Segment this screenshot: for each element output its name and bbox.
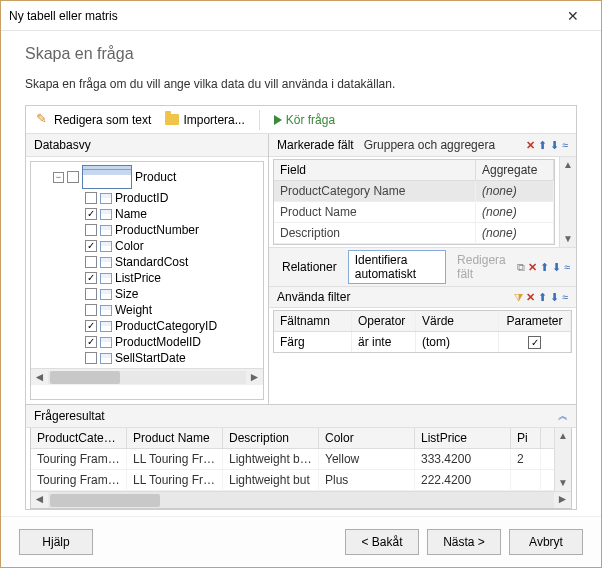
tree-column-label: Weight [115,303,152,317]
funnel-icon[interactable]: ⧩ [514,291,523,304]
column-checkbox[interactable] [85,352,97,364]
column-checkbox[interactable] [85,336,97,348]
results-vscrollbar[interactable]: ▲▼ [554,428,571,491]
selected-fields-title: Markerade fält [277,138,354,152]
selected-field-row[interactable]: Product Name(none) [274,202,554,223]
column-icon [100,193,112,204]
back-button[interactable]: < Bakåt [345,529,419,555]
delete-filter-icon[interactable]: ✕ [526,291,535,304]
delete-field-icon[interactable]: ✕ [526,139,535,152]
tree-column-label: SellStartDate [115,351,186,365]
tree-column-label: ProductNumber [115,223,199,237]
results-col-header[interactable]: Product Name [127,428,223,448]
database-view-title: Databasvy [26,134,268,157]
move-down-icon[interactable]: ⬇ [550,139,559,152]
column-icon [100,241,112,252]
tree-column-label: ProductID [115,191,168,205]
column-icon [100,225,112,236]
selected-field-row[interactable]: ProductCategory Name(none) [274,181,554,202]
auto-detect-button[interactable]: Identifiera automatiskt [348,250,446,284]
results-grid[interactable]: ProductCategor...Product NameDescription… [30,428,572,509]
edit-as-text-button[interactable]: Redigera som text [32,111,155,129]
selected-vscrollbar[interactable]: ▲▼ [559,157,576,247]
tree-column-label: ListPrice [115,271,161,285]
page-description: Skapa en fråga om du vill ange vilka dat… [1,71,601,105]
filter-col-value[interactable]: Värde [416,311,499,331]
help-button[interactable]: Hjälp [19,529,93,555]
column-icon [100,209,112,220]
import-label: Importera... [183,113,244,127]
tree-column-label: Color [115,239,144,253]
column-checkbox[interactable] [85,192,97,204]
column-icon [100,337,112,348]
relation-tool-icon[interactable]: ⧉ [517,261,525,274]
selected-field-row[interactable]: Description(none) [274,223,554,244]
toolbar-separator [259,110,260,130]
column-checkbox[interactable] [85,288,97,300]
table-checkbox[interactable] [67,171,79,183]
tree-column-label: Size [115,287,138,301]
table-icon [82,165,132,189]
param-checkbox[interactable] [528,336,541,349]
edit-fields-button[interactable]: Redigera fält [450,250,513,284]
rel-move-up-icon[interactable]: ⬆ [540,261,549,274]
filter-expand-icon[interactable]: ≈ [562,291,568,304]
page-heading: Skapa en fråga [25,45,577,63]
selected-fields-grid[interactable]: Field Aggregate ProductCategory Name(non… [273,159,555,245]
applied-filters-title: Använda filter [277,290,350,304]
column-icon [100,257,112,268]
delete-relation-icon[interactable]: ✕ [528,261,537,274]
results-col-header[interactable]: Description [223,428,319,448]
column-icon [100,273,112,284]
schema-tree[interactable]: − Product ProductIDNameProductNumberColo… [31,162,263,368]
column-icon [100,321,112,332]
filter-col-parameter[interactable]: Parameter [499,311,571,331]
results-col-header[interactable]: ListPrice [415,428,511,448]
results-col-header[interactable]: Color [319,428,415,448]
column-checkbox[interactable] [85,224,97,236]
filters-grid[interactable]: Fältnamn Operator Värde Parameter Färgär… [273,310,572,353]
filter-col-operator[interactable]: Operator [352,311,416,331]
group-aggregate-button[interactable]: Gruppera och aggregera [364,138,495,152]
collapse-icon[interactable]: − [53,172,64,183]
move-up-icon[interactable]: ⬆ [538,139,547,152]
relations-label: Relationer [275,257,344,277]
column-checkbox[interactable] [85,256,97,268]
results-row[interactable]: Touring FramesLL Touring Fram...Lightwei… [31,449,554,470]
tree-table-label: Product [135,170,176,184]
filter-move-down-icon[interactable]: ⬇ [550,291,559,304]
column-checkbox[interactable] [85,208,97,220]
col-header-aggregate[interactable]: Aggregate [476,160,554,180]
database-view-panel: Databasvy − Product ProductIDNameProduct… [26,134,269,404]
results-collapse-icon[interactable]: ︽ [558,409,568,423]
results-hscrollbar[interactable]: ◄► [31,491,571,508]
filter-col-field[interactable]: Fältnamn [274,311,352,331]
results-col-header[interactable]: ProductCategor... [31,428,127,448]
results-col-header[interactable]: Pi [511,428,541,448]
close-icon[interactable]: ✕ [553,8,593,24]
cancel-button[interactable]: Avbryt [509,529,583,555]
tree-column-label: StandardCost [115,255,188,269]
tree-column-label: ProductCategoryID [115,319,217,333]
run-query-label: Kör fråga [286,113,335,127]
designer-toolbar: Redigera som text Importera... Kör fråga [26,106,576,134]
results-row[interactable]: Touring FramesLL Touring FramLightweight… [31,470,554,491]
import-button[interactable]: Importera... [161,111,248,129]
column-checkbox[interactable] [85,304,97,316]
filter-row[interactable]: Färgär inte(tom) [274,332,571,352]
column-checkbox[interactable] [85,272,97,284]
tree-hscrollbar[interactable]: ◄► [31,368,263,385]
run-query-button[interactable]: Kör fråga [270,111,339,129]
query-results-title: Frågeresultat [34,409,105,423]
column-checkbox[interactable] [85,320,97,332]
column-icon [100,353,112,364]
col-header-field[interactable]: Field [274,160,476,180]
next-button[interactable]: Nästa > [427,529,501,555]
filter-move-up-icon[interactable]: ⬆ [538,291,547,304]
folder-icon [165,114,179,125]
column-checkbox[interactable] [85,240,97,252]
rel-expand-icon[interactable]: ≈ [564,261,570,274]
expand-icon[interactable]: ≈ [562,139,568,152]
column-icon [100,289,112,300]
rel-move-down-icon[interactable]: ⬇ [552,261,561,274]
